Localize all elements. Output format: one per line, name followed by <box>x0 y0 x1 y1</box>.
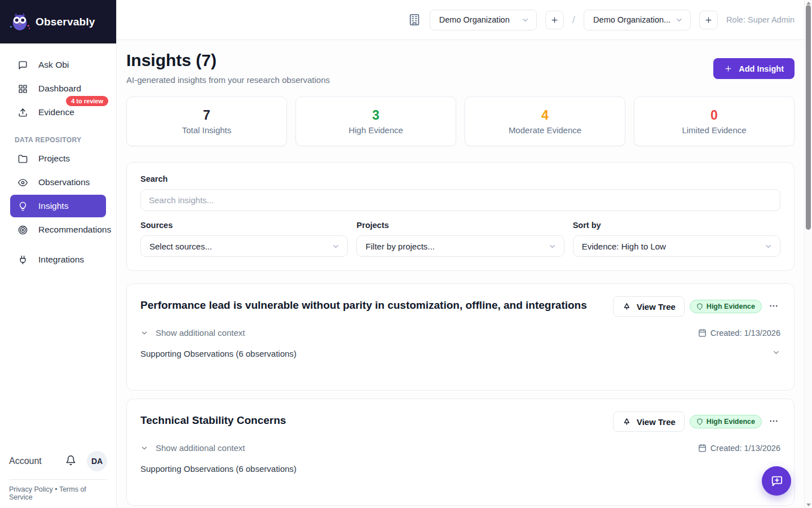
chevron-down-icon <box>548 242 557 251</box>
plus-icon <box>704 16 713 24</box>
more-options-button[interactable] <box>767 300 780 314</box>
bell-icon <box>65 455 76 466</box>
stat-value: 0 <box>710 108 718 123</box>
search-input[interactable] <box>140 189 780 211</box>
sidebar-item-evidence[interactable]: Evidence 4 to review <box>10 101 106 124</box>
observations-row: Supporting Observations (6 observations) <box>140 348 780 358</box>
evidence-badge: High Evidence <box>690 415 762 428</box>
dashboard-icon <box>18 84 28 94</box>
sources-label: Sources <box>140 221 348 230</box>
scrollbar-thumb[interactable] <box>806 5 811 230</box>
sidebar-item-label: Ask Obi <box>38 60 69 70</box>
sidebar-item-ask-obi[interactable]: Ask Obi <box>10 54 106 76</box>
sidebar-item-recommendations[interactable]: Recommendations <box>10 218 106 241</box>
sort-select[interactable]: Evidence: High to Low <box>573 235 780 257</box>
projects-filter: Projects Filter by projects... <box>356 221 564 257</box>
evidence-badge: High Evidence <box>690 300 762 313</box>
main-area: Demo Organization / Demo Organization...… <box>117 0 812 508</box>
insight-card-head: Performance lead is vulnerable without p… <box>140 296 780 317</box>
stat-value: 4 <box>541 108 549 123</box>
plus-icon <box>550 16 559 24</box>
calendar-icon <box>698 329 707 337</box>
evidence-badge-label: High Evidence <box>707 303 755 310</box>
sidebar-item-observations[interactable]: Observations <box>10 171 106 194</box>
sidebar-nav: Ask Obi Dashboard Evidence 4 to review D… <box>0 43 116 272</box>
sort-label: Sort by <box>573 221 780 230</box>
stat-label: Moderate Evidence <box>509 125 581 135</box>
brand-header: Observably <box>0 0 116 43</box>
chevron-down-icon <box>772 348 780 357</box>
plug-icon <box>18 255 28 265</box>
scroll-down-arrow[interactable] <box>806 503 811 506</box>
more-options-button[interactable] <box>767 415 780 429</box>
sidebar-item-label: Observations <box>38 177 90 187</box>
stat-card-total-insights: 7 Total Insights <box>126 97 287 146</box>
observations-label: Supporting Observations (6 observations) <box>140 464 297 474</box>
organization-select-value: Demo Organization <box>439 15 510 24</box>
projects-select[interactable]: Filter by projects... <box>356 235 564 257</box>
sidebar-section-title: DATA REPOSITORY <box>15 136 116 144</box>
projects-label: Projects <box>356 221 564 230</box>
breadcrumb-separator: / <box>572 14 575 26</box>
account-label: Account <box>9 456 42 466</box>
tree-icon <box>622 302 632 312</box>
ellipsis-icon <box>769 416 779 426</box>
page-subtitle: AI-generated insights from your research… <box>126 75 330 85</box>
sidebar: Observably Ask Obi Dashboard Evidence 4 … <box>0 0 117 508</box>
evidence-badge-label: High Evidence <box>707 418 755 426</box>
sidebar-item-insights[interactable]: Insights <box>10 195 106 217</box>
lightbulb-icon <box>18 202 28 211</box>
created-date-label: Created: 1/13/2026 <box>710 444 780 453</box>
chevron-down-icon <box>140 329 148 337</box>
observations-label: Supporting Observations (6 observations) <box>140 349 297 358</box>
filter-panel: Search Sources Select sources... Project… <box>126 162 795 271</box>
project-select[interactable]: Demo Organization... <box>584 10 691 30</box>
sidebar-item-integrations[interactable]: Integrations <box>10 248 106 271</box>
organization-select[interactable]: Demo Organization <box>430 10 537 30</box>
add-insight-label: Add Insight <box>739 64 784 73</box>
show-context-toggle[interactable]: Show additional context <box>140 443 245 453</box>
scrollbar[interactable] <box>804 0 812 508</box>
stat-value: 7 <box>203 108 210 123</box>
owl-logo-icon <box>9 11 30 33</box>
projects-select-value: Filter by projects... <box>365 242 435 251</box>
sidebar-item-projects[interactable]: Projects <box>10 147 106 170</box>
sidebar-footer: Account DA Privacy Policy • Terms of Ser… <box>0 451 116 508</box>
page-head-text: Insights (7) AI-generated insights from … <box>126 51 330 85</box>
topbar: Demo Organization / Demo Organization...… <box>117 0 812 40</box>
observations-row: Supporting Observations (6 observations) <box>140 463 780 474</box>
eye-icon <box>18 178 28 187</box>
insight-card: Performance lead is vulnerable without p… <box>126 283 795 391</box>
building-icon <box>408 14 421 26</box>
scroll-up-arrow[interactable] <box>806 2 811 5</box>
project-select-value: Demo Organization... <box>593 15 670 24</box>
search-label: Search <box>140 174 780 183</box>
show-context-toggle[interactable]: Show additional context <box>140 328 245 338</box>
chevron-down-icon <box>521 16 529 24</box>
expand-observations-button[interactable] <box>772 348 780 358</box>
sort-select-value: Evidence: High to Low <box>582 242 666 251</box>
legal-links[interactable]: Privacy Policy • Terms of Service <box>0 485 116 501</box>
add-organization-button[interactable] <box>545 11 564 29</box>
view-tree-button[interactable]: View Tree <box>613 296 685 317</box>
avatar[interactable]: DA <box>87 451 107 471</box>
sort-filter: Sort by Evidence: High to Low <box>573 221 780 257</box>
target-icon <box>18 225 28 235</box>
stat-card-limited-evidence: 0 Limited Evidence <box>634 97 795 146</box>
stats-row: 7 Total Insights 3 High Evidence 4 Moder… <box>126 97 795 146</box>
notifications-button[interactable] <box>64 454 77 468</box>
insight-card: Technical Stability Concerns View Tree H… <box>126 398 795 506</box>
insight-card-head: Technical Stability Concerns View Tree H… <box>140 411 780 432</box>
add-project-button[interactable] <box>699 11 718 29</box>
view-tree-button[interactable]: View Tree <box>613 411 685 432</box>
stat-card-high-evidence: 3 High Evidence <box>295 97 456 146</box>
tree-icon <box>622 417 632 427</box>
page-content: Insights (7) AI-generated insights from … <box>117 40 812 506</box>
chat-fab-button[interactable] <box>762 466 791 496</box>
role-label: Role: Super Admin <box>726 15 795 24</box>
sources-select[interactable]: Select sources... <box>140 235 348 257</box>
created-date-label: Created: 1/13/2026 <box>710 329 780 338</box>
stat-label: Limited Evidence <box>682 125 746 135</box>
add-insight-button[interactable]: Add Insight <box>713 58 795 79</box>
chat-plus-icon <box>770 475 783 487</box>
